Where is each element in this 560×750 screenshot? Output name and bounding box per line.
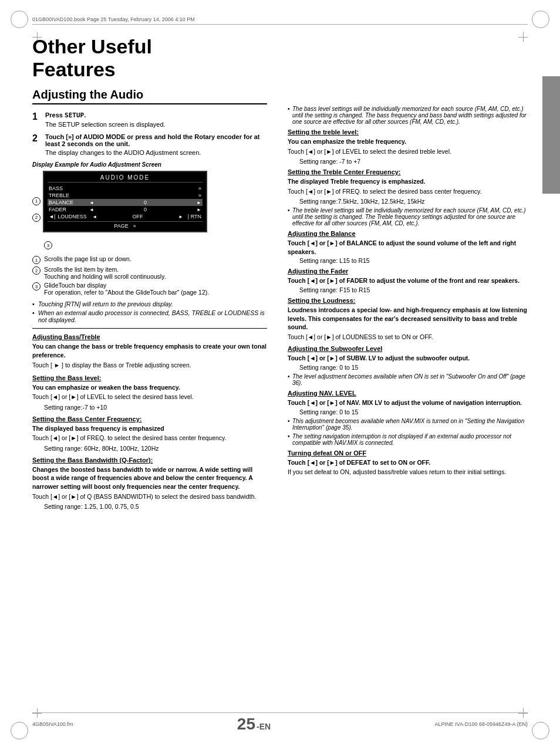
bass-center-body: Touch [◄] or [►] of FREQ. to select the … <box>32 434 267 442</box>
step-1-content: Press SETUP. The SETUP selection screen … <box>45 112 267 130</box>
subwoofer-heading: Adjusting the Subwoofer Level <box>288 345 528 352</box>
callout-item-2: 2 Scrolls the list item by item.Touching… <box>32 266 267 280</box>
step-2: 2 Touch [»] of AUDIO MODE or press and h… <box>32 133 267 158</box>
step-1-body: The SETUP selection screen is displayed. <box>45 121 267 128</box>
callout-3: 3 <box>32 282 41 290</box>
screen-row-treble: TREBLE » <box>48 192 203 199</box>
bullet-item-2: When an external audio processor is conn… <box>32 309 267 323</box>
main-content: Other UsefulFeatures Adjusting the Audio… <box>32 35 528 715</box>
page-title: Other UsefulFeatures <box>32 35 267 81</box>
divider-1 <box>32 328 267 329</box>
bass-level-bold: You can emphasize or weaken the bass fre… <box>32 383 267 392</box>
callout-2: 2 <box>32 266 41 275</box>
bass-center-heading: Setting the Bass Center Frequency: <box>32 415 267 423</box>
bullet-item-1: Touching [RTN] will return to the previo… <box>32 300 267 308</box>
step-1-number: 1 <box>32 112 42 130</box>
audio-mode-screen: AUDIO MODE BASS » TREBLE » BALANCE ◄ 0 ► <box>43 171 207 232</box>
page-number-area: 25-EN <box>237 715 271 734</box>
step-1: 1 Press SETUP. The SETUP selection scree… <box>32 112 267 130</box>
treble-level-body: Touch [◄] or [►] of LEVEL to select the … <box>288 147 528 156</box>
treble-level-heading: Setting the treble level: <box>288 129 528 136</box>
callout-list: 1 Scrolls the page list up or down. 2 Sc… <box>32 255 267 296</box>
corner-mark-tl <box>11 11 28 28</box>
right-column: The bass level settings will be individu… <box>279 35 528 715</box>
bass-treble-bold: You can change the bass or treble freque… <box>32 342 267 359</box>
bass-bandwidth-bold: Changes the boosted bass bandwidth to wi… <box>32 465 267 491</box>
screen-row-loudness: ◄| LOUDNESS ◄ OFF ► | RTN <box>48 213 203 220</box>
subwoofer-note: The level adjustment becomes available w… <box>288 373 528 386</box>
left-column: Other UsefulFeatures Adjusting the Audio… <box>32 35 279 715</box>
nav-level-heading: Adjusting NAV. LEVEL <box>288 390 528 397</box>
loudness-body: Touch [◄] or [►] of LOUDNESS to set to O… <box>288 333 528 342</box>
bass-bandwidth-range: Setting range: 1.25, 1.00, 0.75, 0.5 <box>32 503 267 510</box>
header-bar: 01GB00IVAD100.book Page 25 Tuesday, Febr… <box>32 16 528 25</box>
fader-bold: Touch [◄] or [►] of FADER to adjust the … <box>288 276 528 285</box>
subwoofer-range: Setting range: 0 to 15 <box>288 364 528 371</box>
loudness-bold: Loudness introduces a special low- and h… <box>288 306 528 332</box>
callout-1: 1 <box>32 256 41 264</box>
bass-center-bold: The displayed bass frequency is emphasiz… <box>32 424 267 433</box>
treble-center-heading: Setting the Treble Center Frequency: <box>288 168 528 175</box>
audio-screen-area: 1 2 AUDIO MODE BASS » TREBLE » BALA <box>32 171 267 237</box>
treble-level-range: Setting range: -7 to +7 <box>288 158 528 165</box>
display-example-label: Display Example for Audio Adjustment Scr… <box>32 161 267 168</box>
bullet-list: Touching [RTN] will return to the previo… <box>32 300 267 323</box>
bass-bandwidth-heading: Setting the Bass Bandwidth (Q-Factor): <box>32 457 267 464</box>
bass-center-range: Setting range: 60Hz, 80Hz, 100Hz, 120Hz <box>32 445 267 452</box>
screen-title: AUDIO MODE <box>48 174 203 183</box>
bass-level-range: Setting range:-7 to +10 <box>32 404 267 411</box>
nav-note-1: This adjustment becomes available when N… <box>288 418 528 431</box>
loudness-heading: Setting the Loudness: <box>288 297 528 304</box>
screen-row-fader: FADER ◄ 0 ► <box>48 206 203 213</box>
treble-center-body: Touch [◄] or [►] of FREQ. to select the … <box>288 187 528 196</box>
fader-range: Setting range: F15 to R15 <box>288 286 528 293</box>
callout-3-marker: 3 <box>44 241 52 249</box>
balance-range: Setting range: L15 to R15 <box>288 257 528 264</box>
corner-mark-tr <box>532 11 549 28</box>
balance-bold: Touch [◄] or [►] of BALANCE to adjust th… <box>288 239 528 256</box>
nav-note-2: The setting navigation interruption is n… <box>288 433 528 446</box>
page-number-suffix: -EN <box>257 722 271 731</box>
callout-item-3: 3 GlideTouch bar displayFor operation, r… <box>32 282 267 296</box>
gray-sidebar <box>542 76 560 194</box>
section-title: Adjusting the Audio <box>32 88 267 104</box>
callout-3-area: 3 <box>32 241 267 252</box>
step-2-content: Touch [»] of AUDIO MODE or press and hol… <box>45 133 267 158</box>
bass-treble-heading: Adjusting Bass/Treble <box>32 333 267 340</box>
header-filename: 01GB00IVAD100.book Page 25 Tuesday, Febr… <box>32 16 195 22</box>
callout-1-marker: 1 <box>32 197 41 205</box>
corner-mark-bl <box>11 722 28 739</box>
screen-row-bass: BASS » <box>48 185 203 192</box>
treble-level-bold: You can emphasize the treble frequency. <box>288 137 528 146</box>
fader-heading: Adjusting the Fader <box>288 268 528 275</box>
step-2-body: The display changes to the AUDIO Adjustm… <box>45 149 267 156</box>
screen-page-row: PAGE » <box>48 221 203 229</box>
footer-filename: 4GB05IVA100.fm <box>32 721 73 727</box>
callout-item-1: 1 Scrolls the page list up or down. <box>32 255 267 264</box>
step-2-number: 2 <box>32 133 42 158</box>
nav-level-bold: Touch [◄] or [►] of NAV. MIX LV to adjus… <box>288 398 528 407</box>
callout-numbers-left: 1 2 <box>32 171 43 237</box>
callout-2-marker: 2 <box>32 214 41 222</box>
defeat-heading: Turning defeat ON or OFF <box>288 450 528 457</box>
page-number: 25 <box>237 715 255 734</box>
bass-treble-body: Touch [ ► ] to display the Bass or Trebl… <box>32 361 267 370</box>
italic-note-2: The treble level settings will be indivi… <box>288 207 528 227</box>
bass-level-heading: Setting the Bass level: <box>32 374 267 381</box>
bass-level-body: Touch [◄] or [►] of LEVEL to select the … <box>32 393 267 401</box>
balance-heading: Adjusting the Balance <box>288 230 528 237</box>
defeat-bold: Touch [◄] or [►] of DEFEAT to set to ON … <box>288 458 528 467</box>
italic-note-1: The bass level settings will be individu… <box>288 106 528 125</box>
corner-mark-br <box>532 722 549 739</box>
nav-level-range: Setting range: 0 to 15 <box>288 408 528 415</box>
defeat-body: If you set defeat to ON, adjusted bass/t… <box>288 468 528 477</box>
treble-center-bold: The displayed Treble frequency is emphas… <box>288 177 528 186</box>
treble-center-range: Setting range:7.5kHz, 10kHz, 12.5kHz, 15… <box>288 198 528 205</box>
screen-row-balance: BALANCE ◄ 0 ► <box>48 199 203 206</box>
footer-bar: 4GB05IVA100.fm 25-EN ALPINE IVA-D100 68-… <box>32 712 528 734</box>
bass-bandwidth-body: Touch [◄] or [►] of Q (BASS BANDWIDTH) t… <box>32 492 267 501</box>
subwoofer-bold: Touch [◄] or [►] of SUBW. LV to adjust t… <box>288 354 528 363</box>
footer-product: ALPINE IVA-D100 68-05946Z49-A (EN) <box>435 721 528 727</box>
